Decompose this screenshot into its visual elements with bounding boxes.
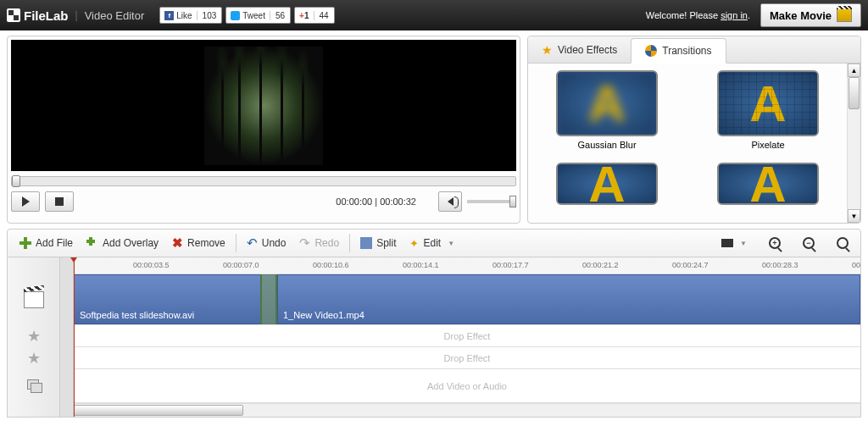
ruler-mark: 00:00:03.5 — [133, 261, 170, 269]
app-logo: FileLab — [7, 8, 69, 23]
overlay-track[interactable]: Add Video or Audio — [8, 369, 860, 403]
google-plus-count: 44 — [314, 11, 334, 20]
layers-icon — [27, 379, 41, 393]
tab-transitions[interactable]: Transitions — [631, 38, 726, 64]
twitter-icon — [231, 11, 240, 20]
zoom-out-icon: − — [803, 237, 815, 249]
google-plus-button[interactable]: +1 44 — [294, 7, 335, 24]
ruler-mark: 00:00:10.6 — [313, 261, 349, 269]
logo-icon — [7, 8, 20, 22]
ruler-mark: 00:00:14.1 — [403, 261, 439, 269]
facebook-icon: f — [164, 11, 174, 20]
ruler-mark: 00:00:17.7 — [492, 261, 529, 269]
volume-slider[interactable] — [467, 200, 516, 203]
effect-item-3[interactable]: A — [535, 163, 679, 216]
scroll-thumb[interactable] — [849, 77, 860, 109]
redo-button[interactable]: ↷Redo — [292, 232, 346, 254]
brand-name: FileLab — [24, 8, 69, 23]
zoom-in-button[interactable]: + — [762, 234, 787, 252]
stop-icon — [55, 197, 64, 206]
effect-item-4[interactable]: A — [696, 163, 840, 216]
playhead-marker[interactable] — [74, 257, 75, 417]
split-button[interactable]: Split — [353, 234, 403, 252]
clip-transition-handle[interactable] — [260, 274, 277, 324]
fb-like-label: Like — [176, 11, 192, 20]
tweet-label: Tweet — [242, 11, 265, 20]
preview-panel: 00:00:00 | 00:00:32 — [7, 36, 520, 224]
clip-2[interactable]: 1_New Video1.mp4 — [277, 274, 860, 324]
display-mode-button[interactable]: ▼ — [715, 235, 754, 251]
star-icon: ★ — [542, 43, 553, 57]
tweet-count: 56 — [270, 11, 290, 20]
screen-icon — [721, 239, 733, 247]
welcome-text: Welcome! Please sign in. — [646, 10, 750, 20]
time-display: 00:00:00 | 00:00:32 — [336, 196, 416, 207]
preview-screen — [11, 40, 516, 171]
volume-icon — [448, 197, 453, 206]
clapperboard-icon — [837, 8, 852, 22]
wand-icon: ✦ — [409, 237, 419, 250]
drop-hint: Drop Effect — [74, 325, 860, 346]
ruler-mark: 00:00:07.0 — [223, 261, 259, 269]
add-file-button[interactable]: Add File — [13, 234, 80, 252]
tab-video-effects[interactable]: ★ Video Effects — [528, 36, 631, 63]
volume-handle[interactable] — [509, 196, 516, 207]
undo-button[interactable]: ↶Undo — [240, 232, 293, 254]
zoom-fit-icon — [837, 237, 849, 249]
effect-label: Pixelate — [696, 140, 840, 150]
film-icon — [24, 291, 44, 308]
sign-in-link[interactable]: sign in — [721, 10, 748, 20]
effect-track-2[interactable]: ★ Drop Effect — [8, 347, 860, 369]
effect-pixelate[interactable]: A Pixelate — [696, 70, 840, 158]
zoom-fit-button[interactable] — [830, 234, 855, 252]
zoom-in-icon: + — [769, 237, 781, 249]
x-icon: ✖ — [172, 235, 183, 251]
plus-icon — [19, 237, 31, 249]
effects-panel: ★ Video Effects Transitions A Gaussian B… — [527, 36, 861, 224]
timeline-ruler[interactable]: 00:00:03.5 00:00:07.0 00:00:10.6 00:00:1… — [8, 257, 860, 274]
zoom-out-button[interactable]: − — [796, 234, 821, 252]
google-plus-icon: +1 — [299, 11, 309, 20]
clip-label: 1_New Video1.mp4 — [283, 310, 364, 320]
preview-frame — [204, 47, 323, 165]
split-icon — [360, 237, 372, 249]
pinwheel-icon — [645, 45, 657, 57]
drop-hint: Drop Effect — [74, 347, 860, 368]
video-track[interactable]: Softpedia test slideshow.avi 1_New Video… — [8, 274, 860, 325]
fb-like-button[interactable]: fLike 103 — [159, 7, 222, 24]
chevron-down-icon: ▼ — [740, 240, 747, 247]
edit-button[interactable]: ✦Edit▼ — [403, 234, 461, 253]
make-movie-label: Make Movie — [770, 9, 832, 22]
scroll-up-button[interactable]: ▲ — [848, 64, 860, 77]
stop-button[interactable] — [45, 191, 74, 212]
tweet-button[interactable]: Tweet 56 — [225, 7, 291, 24]
timeline-scrollbar[interactable] — [8, 403, 860, 417]
timeline: 00:00:03.5 00:00:07.0 00:00:10.6 00:00:1… — [7, 257, 861, 418]
add-overlay-button[interactable]: Add Overlay — [80, 234, 165, 252]
tab-transitions-label: Transitions — [662, 45, 711, 57]
preview-scrub-bar[interactable] — [11, 176, 516, 186]
remove-button[interactable]: ✖Remove — [165, 232, 232, 254]
chevron-down-icon: ▼ — [448, 240, 454, 247]
preview-scrub-handle[interactable] — [12, 175, 20, 187]
make-movie-button[interactable]: Make Movie — [760, 3, 861, 27]
redo-icon: ↷ — [299, 235, 310, 251]
effect-label: Gaussian Blur — [535, 140, 679, 150]
ruler-mark: 00:00:24.7 — [672, 261, 709, 269]
effects-scrollbar[interactable]: ▲ ▼ — [847, 64, 860, 223]
header-bar: FileLab | Video Editor fLike 103 Tweet 5… — [0, 0, 868, 30]
effect-track-1[interactable]: ★ Drop Effect — [8, 325, 860, 347]
volume-button[interactable] — [438, 191, 462, 212]
play-button[interactable] — [11, 191, 40, 212]
star-icon: ★ — [27, 327, 41, 346]
plus-overlay-icon — [86, 237, 98, 249]
ruler-mark: 00:00:21.2 — [582, 261, 619, 269]
header-divider: | — [75, 9, 78, 21]
ruler-mark: 00:00:3 — [852, 261, 860, 269]
scroll-down-button[interactable]: ▼ — [848, 209, 860, 223]
timeline-scroll-thumb[interactable] — [74, 405, 243, 416]
star-icon: ★ — [27, 349, 41, 368]
effect-gaussian-blur[interactable]: A Gaussian Blur — [535, 70, 679, 158]
social-buttons: fLike 103 Tweet 56 +1 44 — [159, 7, 334, 24]
clip-1[interactable]: Softpedia test slideshow.avi — [74, 274, 277, 324]
